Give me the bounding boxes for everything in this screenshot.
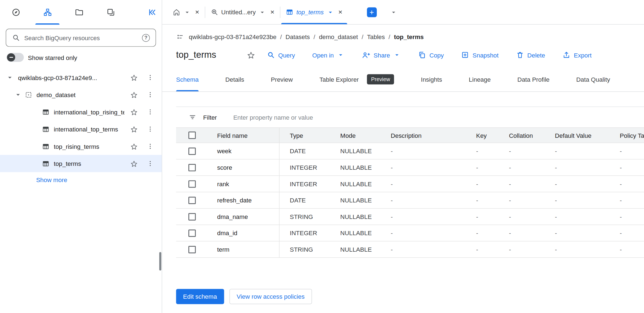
- search-input[interactable]: [24, 34, 138, 41]
- home-tab[interactable]: ✕: [167, 0, 205, 24]
- breadcrumb-separator: /: [389, 33, 390, 40]
- explorer-button[interactable]: [32, 0, 63, 24]
- snapshot-button[interactable]: Snapshot: [461, 51, 499, 59]
- star-icon[interactable]: [126, 155, 142, 172]
- export-button[interactable]: Export: [562, 51, 592, 59]
- star-icon[interactable]: [126, 104, 142, 120]
- default-value-cell: -: [545, 143, 609, 159]
- default-value-cell: -: [545, 241, 609, 257]
- tab-untitled-query[interactable]: Untitled...ery ✕: [205, 0, 280, 24]
- row-checkbox[interactable]: [188, 229, 196, 237]
- copy-button[interactable]: Copy: [418, 51, 444, 59]
- table-row: week DATE NULLABLE - - - - -: [176, 143, 644, 160]
- share-button[interactable]: Share: [362, 51, 401, 59]
- explorer-tree-icon: [43, 8, 52, 17]
- open-in-button[interactable]: Open in: [312, 51, 345, 59]
- more-options-icon[interactable]: [142, 155, 159, 172]
- help-icon[interactable]: ?: [142, 34, 150, 42]
- tree-table-row[interactable]: top_terms: [0, 155, 162, 172]
- schema-content: Filter Field nameTypeModeDescriptionKeyC…: [162, 92, 644, 313]
- more-options-icon[interactable]: [142, 69, 159, 86]
- close-icon[interactable]: ✕: [270, 9, 275, 15]
- chevron-down-icon[interactable]: [259, 9, 266, 16]
- tab-top-terms[interactable]: top_terms ✕: [280, 0, 348, 24]
- default-value-cell: -: [545, 192, 609, 208]
- expand-caret-icon[interactable]: [14, 90, 22, 99]
- more-options-icon[interactable]: [142, 104, 159, 120]
- chevron-down-icon[interactable]: [183, 9, 191, 16]
- tab-overflow-menu-icon[interactable]: [390, 9, 397, 16]
- query-button[interactable]: Query: [267, 51, 295, 59]
- export-icon: [562, 51, 571, 59]
- nav-tab[interactable]: Details: [225, 67, 244, 91]
- field-name-cell: refresh_date: [206, 192, 280, 208]
- nav-tab[interactable]: Table Explorer Preview: [320, 67, 394, 91]
- mode-cell: NULLABLE: [330, 192, 380, 208]
- tree-project-row[interactable]: qwiklabs-gcp-03-871a24e9...: [0, 69, 162, 86]
- sidebar-scrollbar-thumb[interactable]: [159, 252, 161, 270]
- filter-input[interactable]: [233, 114, 644, 121]
- star-icon[interactable]: [126, 86, 142, 103]
- checkbox-cell: [176, 160, 205, 175]
- add-tab-button[interactable]: +: [367, 7, 377, 17]
- delete-button[interactable]: Delete: [516, 51, 545, 59]
- nav-tab[interactable]: Data Profile: [517, 67, 550, 91]
- nav-tab[interactable]: Lineage: [469, 67, 491, 91]
- mode-cell: NULLABLE: [330, 143, 380, 159]
- trash-icon: [516, 51, 524, 59]
- chevron-down-icon[interactable]: [327, 9, 334, 16]
- row-checkbox[interactable]: [188, 213, 196, 220]
- key-cell: -: [466, 192, 499, 208]
- dataset-label: demo_dataset: [37, 91, 126, 98]
- expand-caret-icon[interactable]: [6, 73, 14, 82]
- tree-dataset-row[interactable]: demo_dataset: [0, 86, 162, 103]
- nav-tab[interactable]: Data Quality: [576, 67, 610, 91]
- nav-tab[interactable]: Insights: [421, 67, 442, 91]
- key-cell: -: [466, 225, 499, 241]
- more-options-icon[interactable]: [142, 86, 159, 103]
- collapse-panel-button[interactable]: [143, 0, 161, 24]
- select-all-checkbox[interactable]: [188, 131, 196, 139]
- search-box: ?: [6, 29, 156, 47]
- breadcrumb-datasets[interactable]: Datasets: [286, 33, 310, 40]
- breadcrumb-tables[interactable]: Tables: [367, 33, 385, 40]
- row-checkbox[interactable]: [188, 246, 196, 253]
- tree-table-row[interactable]: international_top_rising_terms: [0, 103, 162, 121]
- checkbox-cell: [176, 208, 205, 224]
- star-icon[interactable]: [126, 121, 142, 138]
- policy-tags-cell: -: [610, 143, 644, 159]
- more-options-icon[interactable]: [142, 121, 159, 138]
- row-checkbox[interactable]: [188, 180, 196, 188]
- view-row-access-policies-button[interactable]: View row access policies: [229, 289, 312, 304]
- key-cell: -: [466, 208, 499, 224]
- edit-schema-button[interactable]: Edit schema: [176, 289, 224, 304]
- description-cell: -: [380, 176, 466, 192]
- star-icon[interactable]: [126, 138, 142, 155]
- policy-tags-cell: -: [610, 176, 644, 192]
- close-icon[interactable]: ✕: [338, 9, 342, 15]
- data-transfers-button[interactable]: [95, 0, 126, 24]
- nav-tab[interactable]: Preview: [271, 67, 293, 91]
- row-checkbox[interactable]: [188, 164, 196, 171]
- row-checkbox[interactable]: [188, 197, 196, 204]
- more-options-icon[interactable]: [142, 138, 159, 155]
- star-table-button[interactable]: [247, 51, 255, 59]
- tree-table-row[interactable]: top_rising_terms: [0, 138, 162, 155]
- table-label: international_top_terms: [54, 126, 124, 133]
- breadcrumb-dataset[interactable]: demo_dataset: [319, 33, 358, 40]
- tree-table-rows: international_top_rising_terms internati…: [0, 103, 162, 172]
- compass-button[interactable]: [0, 0, 32, 24]
- default-value-cell: -: [545, 160, 609, 175]
- tree-table-row[interactable]: international_top_terms: [0, 120, 162, 138]
- description-cell: -: [380, 143, 466, 159]
- row-checkbox[interactable]: [188, 147, 196, 155]
- close-icon[interactable]: ✕: [195, 9, 199, 15]
- breadcrumb-project[interactable]: qwiklabs-gcp-03-871a24e923be: [189, 33, 276, 40]
- nav-tab[interactable]: Schema: [176, 67, 199, 91]
- show-more-link[interactable]: Show more: [0, 176, 162, 183]
- show-starred-toggle[interactable]: [7, 53, 24, 62]
- folder-button[interactable]: [63, 0, 95, 24]
- star-icon[interactable]: [126, 69, 142, 86]
- type-cell: STRING: [280, 208, 330, 224]
- title-toolbar: top_terms Query Open in Share: [162, 43, 644, 67]
